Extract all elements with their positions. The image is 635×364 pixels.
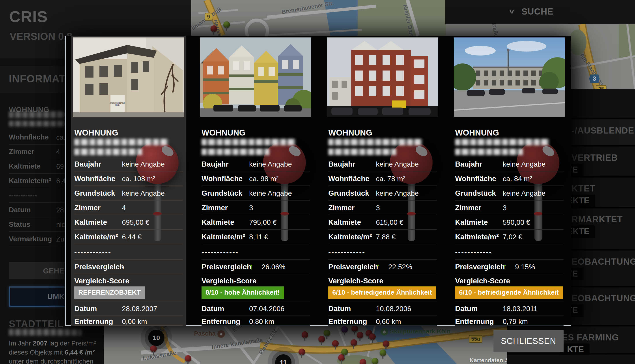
map-pin-red[interactable] [383,340,389,347]
card-attribute-row: Grundstückkeine Angabe [328,186,437,200]
date-label: Datum [328,304,351,313]
layer-row-label: -/AUSBLENDEN [571,126,635,136]
attribute-label: Baujahr [202,160,229,168]
property-photo [454,38,565,117]
corner-building-photo [73,38,184,117]
distance-value: 0,60 km [376,318,401,326]
map-pin-green[interactable] [223,21,230,28]
attribute-label: Kaltmiete/m² [202,233,245,241]
distance-row: Entfernung0,80 km [202,316,310,326]
card-attribute-row: Kaltmiete590,00 € [455,215,563,230]
score-badge: 8/10 - hohe Ähnlichkeit! [202,286,284,299]
card-divider-row: ------------ [202,245,310,260]
attribute-label: Kaltmiete [455,218,488,226]
attribute-value: 795,00 € [249,218,277,226]
poi-label-text: Skulpturenpark Köln [390,328,450,335]
map-pin-red[interactable] [150,346,157,352]
distance-value: 0,79 km [503,318,528,326]
distance-row: Entfernung0,00 km [74,316,183,326]
card-attribute-row: Kaltmiete/m²7,88 € [328,230,437,244]
attribute-value: 615,00 € [376,218,403,226]
map-pin-red[interactable] [360,359,366,364]
attribute-value: keine Angabe [249,160,292,168]
poi-label[interactable]: ♣Skulpturenpark Köln [381,328,450,336]
map-pin-green[interactable] [380,350,386,356]
comparison-card: Bestattungshaus MöllerWOHNUNGBaujahrkein… [71,36,186,326]
search-bar[interactable]: v SUCHE [445,0,635,24]
sidebar-row-value: 69 [56,162,64,170]
map-cluster-marker[interactable]: 10 [148,330,165,346]
map-pin-red[interactable] [299,348,305,355]
chevron-down-icon[interactable]: v [509,7,514,15]
park-tree-icon[interactable]: ♣ [381,328,388,336]
info-sidebar-title: INFORMATI [9,73,69,85]
attribute-label: Zimmer [74,204,101,212]
price-comparison-value: 22.52% [388,263,412,271]
close-button[interactable]: SCHLIESSEN [493,330,563,352]
distance-label: Entfernung [455,317,494,326]
arrow-up-icon: ↑ [503,262,507,271]
date-row: Datum28.08.2007 [74,302,183,316]
map-pin-red[interactable] [357,332,363,338]
card-divider-row: ------------ [455,245,563,260]
attribute-value: keine Angabe [376,160,419,168]
search-toggle[interactable]: SUCHE [521,6,553,16]
sidebar-divider: ------------ [9,191,37,200]
price-comparison-row: Preisvergleich↑26.06% [202,260,310,274]
map-pin-green[interactable] [324,330,330,336]
card-attribute-row: Kaltmiete/m²6,44 € [74,230,183,244]
comparison-card: WOHNUNGBaujahrkeine AngabeWohnflächeca. … [198,36,313,326]
divider-dashes: ------------ [328,248,365,256]
date-label: Datum [455,304,478,313]
attribute-value: ca. 78 m² [376,175,405,183]
card-title: WOHNUNG [202,128,245,138]
arrow-up-icon: ↑ [376,262,380,271]
poi-label[interactable]: Pascha● [194,330,225,338]
redacted-address-line [328,148,396,155]
date-value: 28.08.2007 [122,305,157,313]
attribute-label: Grundstück [455,189,496,198]
score-label: Vergleich-Score [74,277,129,285]
app-version-label: VERSION 0.8 [10,30,72,42]
price-comparison-value: 9.15% [515,263,535,271]
map-pin-red[interactable] [369,333,376,340]
card-attribute-row: Grundstückkeine Angabe [74,186,183,200]
date-row: Datum07.04.2006 [202,302,310,316]
map-pin-red[interactable] [302,332,308,338]
app-logo: CRIS [9,8,48,26]
score-label: Vergleich-Score [455,277,510,285]
price-comparison-value: - [122,263,124,271]
map-pin-red[interactable] [351,339,357,346]
summary-segment: 6,44 € /m² [65,348,95,356]
card-title: WOHNUNG [74,128,118,138]
attribute-label: Zimmer [328,204,355,212]
layer-row-label: RMARKTET [571,214,623,224]
arrow-up-icon: ↑ [249,262,253,271]
card-attribute-row: Kaltmiete615,00 € [328,215,437,230]
redacted-address-line [328,139,422,146]
map-pin-red[interactable] [318,336,325,342]
attribute-label: Grundstück [202,189,242,198]
attribute-value: 7,88 € [376,233,396,241]
map-pin-green[interactable] [372,358,378,364]
card-attribute-row: Kaltmiete/m²8,11 € [202,230,310,244]
map-pin-red[interactable] [185,355,191,362]
map-pin-red[interactable] [351,325,358,332]
redacted-address-line [74,148,142,155]
attribute-value: 7,02 € [503,233,522,241]
colorful-apartments-photo [200,38,311,117]
date-value: 07.04.2006 [249,305,284,313]
map-pin-green[interactable] [341,348,348,355]
redacted-district-name [9,329,82,336]
pascha-poi-icon[interactable]: ● [217,330,225,338]
card-attribute-row: Baujahrkeine Angabe [328,157,437,172]
road-number-badge: 9 [205,13,212,21]
redacted-address-line [202,139,295,146]
attribute-label: Kaltmiete [202,218,234,226]
card-divider-row: ------------ [328,245,437,260]
divider-dashes: ------------ [455,248,492,256]
map-pin-red[interactable] [211,25,217,32]
map-pin-purple[interactable] [341,326,348,333]
card-attribute-row: Zimmer4 [74,200,183,215]
map-pin-red[interactable] [332,340,339,347]
